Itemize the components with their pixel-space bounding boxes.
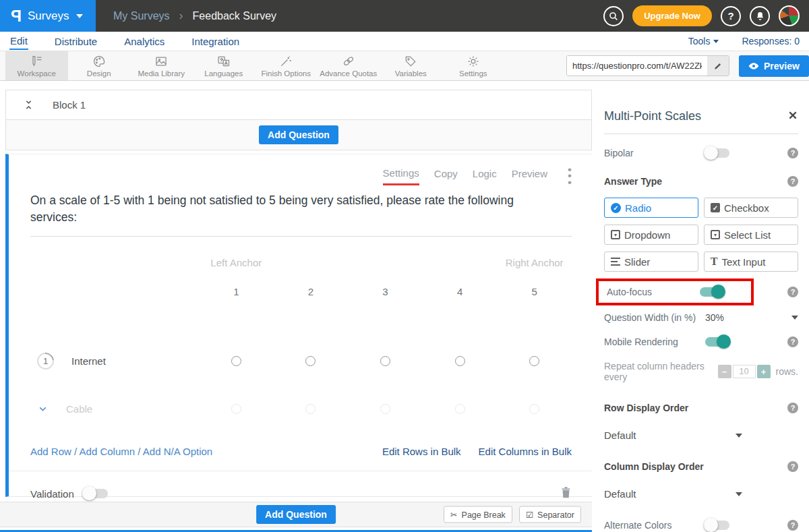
bipolar-toggle[interactable] [705, 148, 729, 158]
add-question-button-top[interactable]: Add Question [259, 125, 338, 144]
toolbar-item-finish-options[interactable]: Finish Options [255, 51, 318, 80]
radio-option[interactable] [231, 404, 241, 414]
left-anchor-input[interactable]: Left Anchor [199, 257, 274, 268]
mobile-rendering-toggle[interactable] [705, 337, 729, 347]
breadcrumb-my-surveys[interactable]: My Surveys [113, 10, 170, 22]
radio-option[interactable] [455, 356, 465, 366]
responses-count[interactable]: Responses: 0 [742, 36, 800, 47]
tab-distribute[interactable]: Distribute [54, 34, 98, 49]
alternate-colors-toggle[interactable] [705, 521, 729, 530]
row-display-order-help-icon[interactable]: ? [787, 403, 798, 413]
add-na-option-link[interactable]: Add N/A Option [143, 446, 212, 457]
close-panel-button[interactable] [787, 110, 798, 123]
pencil-icon [713, 61, 723, 71]
column-display-order-help-icon[interactable]: ? [787, 461, 798, 472]
notifications-button[interactable] [750, 6, 770, 26]
tab-integration[interactable]: Integration [191, 34, 240, 49]
column-display-order-select[interactable]: Default [604, 488, 742, 500]
tab-analytics[interactable]: Analytics [123, 34, 165, 49]
mobile-rendering-help-icon[interactable]: ? [787, 336, 798, 347]
row-label[interactable]: Internet [71, 355, 106, 367]
bell-icon [755, 11, 765, 21]
answer-type-checkbox[interactable]: ✓Checkbox [704, 198, 798, 218]
upgrade-now-button[interactable]: Upgrade Now [632, 5, 712, 26]
workspace-icon [29, 55, 44, 68]
separator-button[interactable]: ☑Separator [519, 506, 581, 523]
rows-suffix-label: rows. [776, 366, 798, 377]
row-display-order-select[interactable]: Default [604, 430, 742, 441]
delete-question-button[interactable] [560, 486, 572, 502]
question-width-value[interactable]: 30% [705, 312, 724, 323]
auto-focus-toggle[interactable] [700, 287, 724, 297]
question-width-caret-icon[interactable] [791, 316, 798, 320]
radio-option[interactable] [305, 404, 316, 414]
tools-menu[interactable]: Tools [688, 36, 719, 47]
question-more-menu-icon[interactable]: ••• [568, 167, 572, 185]
toolbar-item-languages[interactable]: Languages [193, 51, 256, 80]
answer-type-select-list[interactable]: ▾Select List [704, 225, 798, 245]
mobile-rendering-label: Mobile Rendering [604, 336, 705, 347]
repeat-headers-label: Repeat column headers every [604, 361, 711, 382]
question-text[interactable]: On a scale of 1-5 with 1 being not satis… [30, 192, 563, 227]
chevron-down-icon[interactable] [37, 403, 49, 415]
bipolar-help-icon[interactable]: ? [787, 148, 798, 158]
eye-icon [748, 62, 759, 70]
edit-columns-in-bulk-link[interactable]: Edit Columns in Bulk [479, 446, 572, 457]
edit-rows-in-bulk-link[interactable]: Edit Rows in Bulk [382, 446, 461, 457]
radio-option[interactable] [529, 404, 539, 414]
increment-button[interactable]: + [757, 365, 771, 378]
radio-option[interactable] [455, 404, 465, 414]
toolbar-item-variables[interactable]: Variables [380, 51, 442, 80]
question-tab-copy[interactable]: Copy [434, 168, 458, 184]
toolbar-item-media-library[interactable]: Media Library [130, 51, 193, 80]
question-tab-settings[interactable]: Settings [383, 167, 419, 185]
survey-canvas: Block 1 Add Question Settings Copy Logic… [0, 81, 592, 532]
radio-option[interactable] [231, 356, 241, 366]
answer-type-slider[interactable]: Slider [604, 252, 698, 272]
answer-type-text-input[interactable]: TText Input [704, 252, 798, 272]
product-menu[interactable]: P Surveys [0, 0, 96, 32]
add-column-link[interactable]: Add Column [80, 446, 136, 457]
question-width-row: Question Width (in %) 30% [604, 312, 798, 323]
row-label[interactable]: Cable [66, 403, 92, 415]
question-tab-preview[interactable]: Preview [512, 168, 547, 184]
help-button[interactable]: ? [721, 6, 741, 26]
toolbar-item-design[interactable]: Design [68, 51, 131, 80]
repeat-headers-value[interactable]: 10 [733, 365, 756, 378]
right-anchor-input[interactable]: Right Anchor [497, 257, 572, 268]
toolbar-item-settings[interactable]: Settings [442, 51, 505, 80]
add-question-button-bottom[interactable]: Add Question [256, 505, 336, 524]
page-break-button[interactable]: ✂Page Break [444, 506, 512, 523]
column-header[interactable]: 1 [199, 286, 274, 297]
decrement-button[interactable]: − [718, 365, 731, 378]
column-header[interactable]: 2 [274, 286, 349, 297]
answer-type-help-icon[interactable]: ? [787, 176, 798, 187]
edit-url-button[interactable] [707, 56, 729, 76]
toolbar-item-label: Variables [395, 69, 427, 78]
column-header[interactable]: 5 [497, 286, 572, 297]
validation-toggle[interactable] [84, 489, 108, 498]
radio-option[interactable] [305, 356, 316, 366]
help-icon: ? [727, 10, 733, 22]
question-tab-logic[interactable]: Logic [473, 168, 497, 184]
radio-option[interactable] [380, 356, 390, 366]
toolbar-item-advance-quotas[interactable]: Advance Quotas [318, 51, 380, 80]
auto-focus-help-icon[interactable]: ? [787, 287, 798, 297]
column-header[interactable]: 4 [423, 286, 498, 297]
answer-type-radio[interactable]: ✓Radio [604, 198, 698, 218]
collapse-block-icon[interactable] [24, 99, 34, 111]
column-header[interactable]: 3 [348, 286, 423, 297]
preview-button[interactable]: Preview [739, 55, 809, 77]
radio-option[interactable] [380, 404, 390, 414]
radio-option[interactable] [529, 356, 539, 366]
block-title[interactable]: Block 1 [53, 99, 86, 111]
tab-edit[interactable]: Edit [9, 33, 28, 50]
user-avatar[interactable] [779, 5, 800, 26]
alternate-colors-help-icon[interactable]: ? [787, 520, 798, 531]
search-button[interactable] [603, 6, 624, 26]
text-input-icon: T [711, 257, 717, 266]
survey-url-input[interactable] [567, 56, 707, 76]
answer-type-dropdown[interactable]: ▾Dropdown [604, 225, 698, 245]
toolbar-item-workspace[interactable]: Workspace [5, 51, 68, 80]
add-row-link[interactable]: Add Row [30, 446, 71, 457]
